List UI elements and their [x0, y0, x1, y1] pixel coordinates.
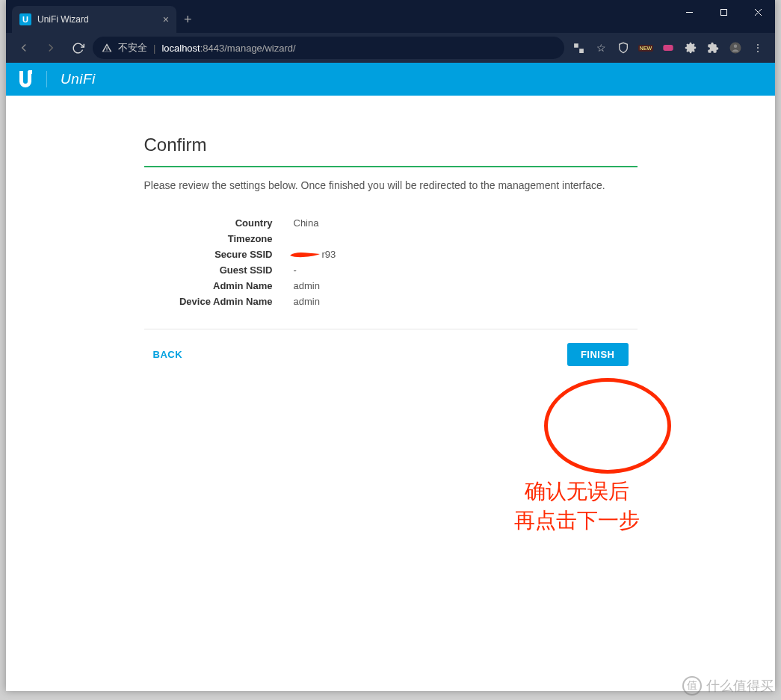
annotation-text: 确认无误后 再点击下一步 [514, 477, 640, 535]
window-close-button[interactable] [741, 0, 775, 24]
new-tab-button[interactable]: + [176, 6, 200, 33]
browser-window: U UniFi Wizard × + 不安全 [6, 0, 775, 691]
shield-icon[interactable] [617, 41, 630, 55]
extension-new-icon[interactable]: NEW [639, 41, 652, 55]
row-secure-ssid: Secure SSID r93 [144, 247, 638, 262]
content-area: Confirm Please review the settings below… [6, 96, 775, 691]
value-country: China [294, 217, 319, 229]
progress-line [144, 166, 638, 167]
url-host: localhost [161, 43, 200, 54]
extensions-puzzle-icon[interactable] [706, 41, 720, 55]
address-bar: 不安全 | localhost:8443/manage/wizard/ ☆ NE… [6, 33, 775, 63]
back-button[interactable]: BACK [153, 349, 183, 360]
translate-icon[interactable] [572, 41, 585, 55]
wizard-panel: Confirm Please review the settings below… [144, 134, 638, 380]
value-guest-ssid: - [294, 264, 297, 276]
url-box[interactable]: 不安全 | localhost:8443/manage/wizard/ [93, 37, 564, 59]
extension-controller-icon[interactable] [661, 41, 675, 55]
unifi-logo: UniFi [61, 71, 96, 87]
row-guest-ssid: Guest SSID - [144, 262, 638, 278]
label-country: Country [144, 217, 294, 229]
url-separator: | [153, 43, 155, 54]
window-maximize-button[interactable] [706, 0, 741, 24]
insecure-warning-icon [102, 43, 112, 53]
value-secure-ssid-text: r93 [322, 249, 336, 260]
profile-avatar-icon[interactable] [729, 41, 742, 55]
wizard-footer: BACK FINISH [144, 329, 638, 380]
bookmark-star-icon[interactable]: ☆ [594, 41, 608, 55]
tab-title: UniFi Wizard [37, 14, 157, 25]
row-admin-name: Admin Name admin [144, 278, 638, 294]
insecure-label: 不安全 [118, 41, 147, 55]
svg-rect-4 [663, 45, 673, 51]
unifi-header: UniFi [6, 63, 775, 96]
row-device-admin-name: Device Admin Name admin [144, 294, 638, 309]
nav-forward-button[interactable] [39, 36, 63, 60]
url-port: :8443 [200, 43, 225, 54]
value-device-admin-name: admin [294, 296, 320, 307]
label-admin-name: Admin Name [144, 280, 294, 291]
annotation-line1: 确认无误后 [525, 480, 629, 503]
tab-favicon-icon: U [19, 13, 31, 25]
value-secure-ssid: r93 [294, 249, 336, 260]
value-admin-name: admin [294, 280, 320, 291]
nav-back-button[interactable] [12, 36, 36, 60]
header-divider [46, 71, 47, 87]
unifi-u-icon [18, 70, 33, 88]
row-country: Country China [144, 215, 638, 231]
label-device-admin-name: Device Admin Name [144, 296, 294, 307]
row-timezone: Timezone [144, 231, 638, 247]
window-minimize-button[interactable] [672, 0, 706, 24]
svg-rect-8 [28, 70, 32, 74]
extension-gear-icon[interactable] [684, 41, 697, 55]
window-controls [672, 0, 775, 24]
svg-point-7 [734, 45, 738, 49]
tab-close-icon[interactable]: × [163, 13, 169, 25]
finish-button[interactable]: FINISH [567, 343, 629, 366]
nav-reload-button[interactable] [66, 36, 90, 60]
browser-menu-icon[interactable]: ⋮ [751, 41, 765, 55]
svg-rect-1 [720, 9, 726, 15]
browser-tab[interactable]: U UniFi Wizard × [12, 6, 176, 33]
instruction-text: Please review the settings below. Once f… [144, 179, 638, 191]
settings-table: Country China Timezone Secure SSID r93 G… [144, 215, 638, 309]
label-secure-ssid: Secure SSID [144, 249, 294, 260]
annotation-line2: 再点击下一步 [514, 509, 640, 532]
label-guest-ssid: Guest SSID [144, 264, 294, 276]
label-timezone: Timezone [144, 233, 294, 244]
toolbar-icons: ☆ NEW ⋮ [567, 41, 769, 55]
page-title: Confirm [144, 134, 638, 155]
redaction-mark-icon [289, 250, 321, 259]
titlebar: U UniFi Wizard × + [6, 0, 775, 33]
annotation-circle [544, 378, 671, 474]
url-path: /manage/wizard/ [224, 43, 295, 54]
